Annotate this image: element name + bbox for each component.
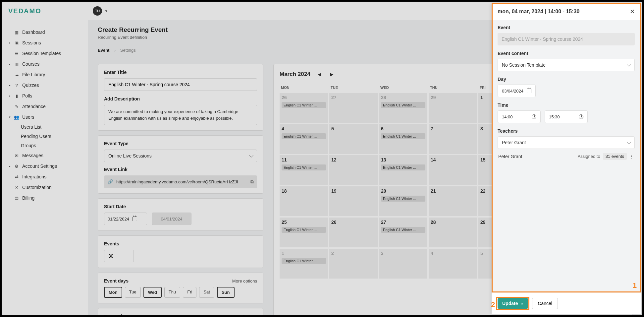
panel-day-input[interactable]: 03/04/2024 xyxy=(498,85,536,97)
calendar-cell[interactable]: 3 xyxy=(379,249,427,279)
update-button[interactable]: Update ▲ xyxy=(498,298,528,309)
calendar-cell[interactable]: 28English C1 Winter ... xyxy=(379,93,427,123)
calendar-event-chip[interactable]: English C1 Winter ... xyxy=(381,164,425,170)
panel-teacher-select[interactable]: Peter Grant xyxy=(498,136,635,149)
sidebar-item-integrations[interactable]: ⇄Integrations xyxy=(5,171,84,182)
sidebar-item-account-settings[interactable]: ▸⚙Account Settings xyxy=(5,161,84,171)
panel-event-value: English C1 Winter - Spring course 2024 xyxy=(498,33,635,45)
title-label: Enter Title xyxy=(104,70,257,75)
nav-icon: ? xyxy=(14,83,20,88)
sidebar-subitem-groups[interactable]: Groups xyxy=(5,141,84,150)
sidebar-item-courses[interactable]: ▸▥Courses xyxy=(5,59,84,69)
calendar-cell[interactable]: 28 xyxy=(429,218,477,247)
calendar-prev-icon[interactable]: ◀ xyxy=(316,70,323,78)
calendar-cell[interactable]: 14 xyxy=(429,155,477,185)
calendar-cell[interactable]: 20English C1 Winter ... xyxy=(379,186,427,216)
sidebar-item-polls[interactable]: ▸▮Polls xyxy=(5,91,84,101)
description-input[interactable]: We are committed to making your experien… xyxy=(104,105,257,125)
avatar[interactable]: TU xyxy=(93,6,102,16)
event-form: Enter Title Add Description We are commi… xyxy=(98,64,263,315)
calendar-cell[interactable]: 5 xyxy=(329,124,378,154)
calendar-next-icon[interactable]: ▶ xyxy=(329,70,335,78)
day-chip-mon[interactable]: Mon xyxy=(104,287,122,298)
calendar-cell[interactable]: 12 xyxy=(329,155,378,185)
breadcrumb-event[interactable]: Event xyxy=(98,48,109,53)
sidebar-subitem-users-list[interactable]: Users List xyxy=(5,122,84,132)
calendar-cell[interactable]: 26 xyxy=(329,218,378,247)
breadcrumb-settings[interactable]: Settings xyxy=(120,48,136,53)
calendar-cell[interactable]: 27English C1 Winter ... xyxy=(379,218,427,247)
calendar-cell[interactable]: 7 xyxy=(429,124,477,154)
sidebar-item-messages[interactable]: ✉Messages xyxy=(5,150,84,161)
calendar-cell[interactable]: 4English C1 Winter ... xyxy=(280,124,328,154)
sidebar-item-label: Attendance xyxy=(22,104,46,109)
calendar-cell[interactable]: 1English C1 Winter ... xyxy=(280,249,328,279)
calendar-cell[interactable]: 6English C1 Winter ... xyxy=(379,124,427,154)
calendar-day-number: 28 xyxy=(381,95,425,100)
event-type-select[interactable]: Online Live Sessions xyxy=(104,150,257,162)
panel-time-start[interactable]: 14:00 xyxy=(498,110,541,123)
calendar-day-number: 29 xyxy=(431,95,475,100)
more-options-link-2[interactable]: More Options xyxy=(231,314,257,316)
calendar-icon xyxy=(133,217,137,221)
day-chip-sat[interactable]: Sat xyxy=(199,287,214,298)
more-options-link[interactable]: More options xyxy=(232,279,257,284)
avatar-caret-icon[interactable]: ▼ xyxy=(105,9,108,13)
calendar-cell[interactable]: 29 xyxy=(429,93,477,123)
title-input[interactable] xyxy=(104,78,257,91)
panel-content-select[interactable]: No Session Template xyxy=(498,59,635,71)
event-link-text: https://trainingacademy.vedamo.com/vcl/r… xyxy=(116,179,247,184)
calendar-cell[interactable]: 2 xyxy=(329,249,378,279)
close-icon[interactable]: ✕ xyxy=(630,8,635,15)
calendar-event-chip[interactable]: English C1 Winter ... xyxy=(282,102,326,108)
sidebar-item-quizzes[interactable]: ▸?Quizzes xyxy=(5,80,84,91)
day-chip-tue[interactable]: Tue xyxy=(125,287,141,298)
cancel-button[interactable]: Cancel xyxy=(532,298,558,309)
panel-time-end[interactable]: 15:30 xyxy=(545,110,588,123)
calendar-event-chip[interactable]: English C1 Winter ... xyxy=(381,196,425,202)
panel-teachers-label: Teachers xyxy=(498,128,635,134)
day-chip-wed[interactable]: Wed xyxy=(143,287,162,298)
copy-icon[interactable]: ⧉ xyxy=(250,179,254,185)
calendar-day-number: 4 xyxy=(431,251,475,256)
calendar-cell[interactable]: 11English C1 Winter ... xyxy=(280,155,328,185)
calendar-cell[interactable]: 21 xyxy=(429,186,477,216)
nav-icon: ☰ xyxy=(14,51,20,56)
day-chip-thu[interactable]: Thu xyxy=(164,287,180,298)
sidebar-item-session-templates[interactable]: ☰Session Templates xyxy=(5,48,84,59)
events-label: Events xyxy=(104,241,257,246)
calendar-cell[interactable]: 27 xyxy=(329,93,378,123)
calendar-cell[interactable]: 19 xyxy=(329,186,378,216)
calendar-event-chip[interactable]: English C1 Winter ... xyxy=(282,258,326,264)
calendar-cell[interactable]: 26English C1 Winter ... xyxy=(280,93,328,123)
day-chip-sun[interactable]: Sun xyxy=(217,287,235,298)
calendar-cell[interactable]: 4 xyxy=(429,249,477,279)
sidebar-item-sessions[interactable]: ▸▣Sessions xyxy=(5,37,84,48)
calendar-dow: MON xyxy=(280,84,328,92)
sidebar-item-billing[interactable]: ▤Billing xyxy=(5,193,84,203)
chevron-icon: ▸ xyxy=(9,164,12,168)
calendar-cell[interactable]: 25English C1 Winter ... xyxy=(280,218,328,247)
events-count-input[interactable] xyxy=(104,250,134,262)
calendar-event-chip[interactable]: English C1 Winter ... xyxy=(381,102,425,108)
nav-icon: ▣ xyxy=(14,40,20,45)
sidebar-item-users[interactable]: ▾👥Users xyxy=(5,112,84,122)
calendar-event-chip[interactable]: English C1 Winter ... xyxy=(282,227,326,233)
sidebar-item-dashboard[interactable]: ▦Dashboard xyxy=(5,27,84,37)
day-chip-fri[interactable]: Fri xyxy=(183,287,196,298)
more-icon[interactable]: ⋮ xyxy=(629,154,634,159)
description-label: Add Description xyxy=(104,96,257,101)
calendar-event-chip[interactable]: English C1 Winter ... xyxy=(282,133,326,139)
calendar-cell[interactable]: 13English C1 Winter ... xyxy=(379,155,427,185)
start-date-input[interactable]: 01/22/2024 xyxy=(104,213,147,225)
calendar-event-chip[interactable]: English C1 Winter ... xyxy=(381,133,425,139)
calendar-event-chip[interactable]: English C1 Winter ... xyxy=(282,164,326,170)
panel-time-label: Time xyxy=(498,102,635,108)
sidebar-item-file-library[interactable]: ☁File Library xyxy=(5,69,84,80)
sidebar-item-label: Messages xyxy=(22,153,43,158)
calendar-cell[interactable]: 18 xyxy=(280,186,328,216)
calendar-event-chip[interactable]: English C1 Winter ... xyxy=(381,227,425,233)
sidebar-subitem-pending-users[interactable]: Pending Users xyxy=(5,132,84,141)
sidebar-item-attendance[interactable]: ✎Attendance xyxy=(5,101,84,112)
sidebar-item-customization[interactable]: ✕Customization xyxy=(5,182,84,193)
